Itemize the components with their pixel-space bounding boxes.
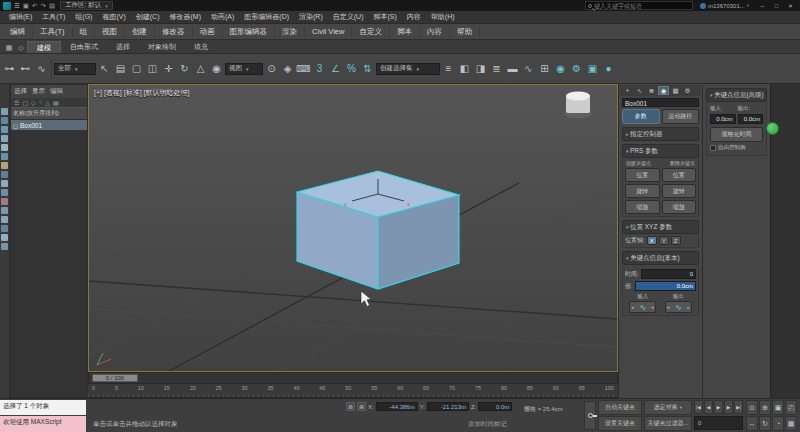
next-frame-button[interactable]: ▶ <box>724 400 733 414</box>
delete-rotation-key-button[interactable]: 旋转 <box>662 184 697 198</box>
menu-item[interactable]: 图形编辑器 <box>223 27 276 37</box>
use-pivot-center-icon[interactable]: ⊙ <box>264 58 279 80</box>
out-tangent-button[interactable]: ∿ <box>665 301 692 313</box>
menu-item[interactable]: 视图 <box>95 27 125 37</box>
ribbon-tab[interactable]: 填充 <box>185 41 217 53</box>
axis-button[interactable]: Y <box>659 236 669 245</box>
select-and-place-icon[interactable]: ◉ <box>209 58 224 80</box>
menu-item[interactable]: 帮助(H) <box>426 12 460 22</box>
select-object-icon[interactable]: ↖ <box>97 58 112 80</box>
menu-item[interactable]: 创建(C) <box>131 12 165 22</box>
menu-icon[interactable]: ☰ <box>14 1 20 10</box>
rendered-frame-icon[interactable]: ▣ <box>585 58 600 80</box>
maximize-viewport-icon[interactable]: ▦ <box>785 416 797 431</box>
align-icon[interactable]: ◨ <box>473 58 488 80</box>
se-cameras-filter-icon[interactable]: △ <box>45 99 50 106</box>
position-xyz-header[interactable]: 位置 XYZ 参数 <box>622 220 699 234</box>
perspective-viewport[interactable]: z x y [+] [透视] [标准] [默认明暗处理] <box>88 84 618 372</box>
maximize-button[interactable]: □ <box>770 1 783 10</box>
key-filters-button[interactable]: 关键点过滤器... <box>644 416 692 431</box>
schematic-view-icon[interactable]: ⊞ <box>537 58 552 80</box>
side-tool-icon[interactable] <box>1 162 8 169</box>
menu-item[interactable]: 动画(A) <box>206 12 239 22</box>
menu-item[interactable]: 帮助 <box>450 27 480 37</box>
normalize-time-button[interactable]: 规格化时间 <box>710 127 763 142</box>
side-tool-icon[interactable] <box>1 126 8 133</box>
zoom-extents-icon[interactable]: ▣ <box>772 400 784 415</box>
angle-snap-icon[interactable]: ∠ <box>328 58 343 80</box>
side-tool-icon[interactable] <box>1 153 8 160</box>
utilities-tab[interactable]: ⚙ <box>682 86 693 95</box>
se-helpers-filter-icon[interactable]: ▤ <box>53 99 59 106</box>
menu-item[interactable]: 视图(V) <box>97 12 130 22</box>
side-tool-icon[interactable] <box>1 180 8 187</box>
ribbon-tab[interactable]: 选择 <box>107 41 139 53</box>
orbit-icon[interactable]: ↻ <box>759 416 771 431</box>
viewport-label[interactable]: [+] [透视] [标准] [默认明暗处理] <box>94 88 189 98</box>
time-slider[interactable]: 0 / 100 <box>88 372 618 384</box>
delete-position-key-button[interactable]: 位置 <box>662 168 697 182</box>
bind-to-space-warp-icon[interactable]: ∿ <box>34 58 49 80</box>
zoom-icon[interactable]: ⊙ <box>746 400 758 415</box>
maxscript-listener-line[interactable]: 选择了 1 个对象 <box>0 400 86 415</box>
side-tool-icon[interactable] <box>1 108 8 115</box>
absolute-mode-icon[interactable]: ⊞ <box>357 402 366 411</box>
create-position-key-button[interactable]: 位置 <box>625 168 660 182</box>
selection-lock-icon[interactable]: ⊠ <box>346 402 355 411</box>
green-status-button[interactable] <box>766 122 779 135</box>
menu-item[interactable]: 工具(T) <box>33 27 73 37</box>
snaps-toggle-icon[interactable]: 3 <box>312 58 327 80</box>
window-crossing-icon[interactable]: ◫ <box>145 58 160 80</box>
search-box[interactable] <box>585 1 693 10</box>
create-rotation-key-button[interactable]: 旋转 <box>625 184 660 198</box>
selection-region-icon[interactable]: ▢ <box>129 58 144 80</box>
menu-item[interactable]: 编辑(E) <box>4 12 37 22</box>
side-tool-icon[interactable] <box>1 225 8 232</box>
select-and-link-icon[interactable]: ⊶ <box>2 58 17 80</box>
modify-tab[interactable]: ∿ <box>634 86 645 95</box>
zoom-region-icon[interactable]: ◰ <box>785 400 797 415</box>
unlink-selection-icon[interactable]: ⊷ <box>18 58 33 80</box>
side-tool-icon[interactable] <box>1 189 8 196</box>
close-button[interactable]: ✕ <box>784 1 797 10</box>
y-coord-field[interactable]: -21.213m <box>427 402 469 411</box>
undo-icon[interactable]: ↶ <box>32 1 37 10</box>
se-lights-filter-icon[interactable]: ○ <box>39 99 43 106</box>
menu-item[interactable]: 编辑 <box>3 27 33 37</box>
auto-key-button[interactable]: 自动关键点 <box>598 400 642 415</box>
select-and-move-icon[interactable]: ✛ <box>161 58 176 80</box>
named-selection-combo[interactable]: 创建选择集 <box>376 63 440 75</box>
menu-item[interactable]: 工具(T) <box>37 12 70 22</box>
object-name-field[interactable]: Box001 <box>622 98 699 107</box>
hierarchy-tab[interactable]: ≣ <box>646 86 657 95</box>
delete-scale-key-button[interactable]: 缩放 <box>662 200 697 214</box>
menu-item[interactable]: 组 <box>73 27 96 37</box>
motion-tab[interactable]: ◉ <box>658 86 669 95</box>
axis-button[interactable]: X <box>647 236 657 245</box>
reference-coordinate-combo[interactable]: 视图 <box>225 63 263 75</box>
advanced-in-field[interactable]: 0.0cm <box>710 114 736 124</box>
parameters-button[interactable]: 参数 <box>622 109 660 124</box>
add-time-tag[interactable]: 添加时间标记 <box>468 420 507 429</box>
set-key-button[interactable] <box>584 401 596 430</box>
menu-item[interactable]: 脚本 <box>390 27 420 37</box>
x-coord-field[interactable]: -44.386m <box>376 402 418 411</box>
scene-explorer-menu-item[interactable]: 选择 <box>14 87 27 96</box>
layer-explorer-icon[interactable]: ≣ <box>489 58 504 80</box>
create-scale-key-button[interactable]: 缩放 <box>625 200 660 214</box>
menu-item[interactable]: Civil View <box>305 27 352 37</box>
se-geometry-filter-icon[interactable]: ▢ <box>22 99 28 106</box>
key-info-basic-header[interactable]: 关键点信息(基本) <box>622 251 699 265</box>
current-frame-field[interactable]: 0 <box>694 416 743 430</box>
render-production-icon[interactable]: ● <box>601 58 616 80</box>
display-tab[interactable]: ▦ <box>670 86 681 95</box>
side-tool-icon[interactable] <box>1 198 8 205</box>
side-tool-icon[interactable] <box>1 171 8 178</box>
ribbon-toggle-icon[interactable]: ▬ <box>505 58 520 80</box>
scene-explorer-row[interactable]: ◻ Box001 <box>11 120 87 130</box>
project-folder-icon[interactable]: ▤ <box>49 1 55 10</box>
menu-item[interactable]: 动画 <box>193 27 223 37</box>
ribbon-p Draw-icon[interactable]: ◇ <box>15 42 27 53</box>
scene-explorer-menu-item[interactable]: 显示 <box>32 87 45 96</box>
track-bar[interactable]: 0510152025303540455055606570758085909510… <box>88 384 618 398</box>
